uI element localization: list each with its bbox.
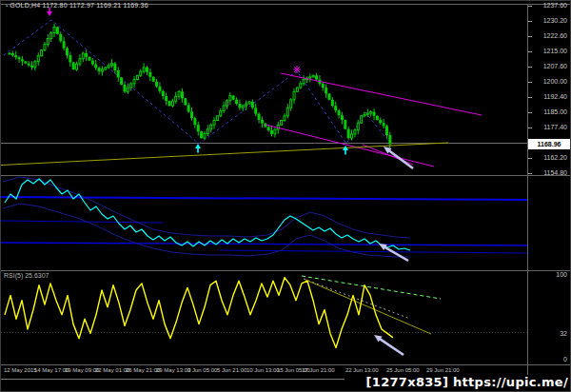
- chart-icon: ▪: [6, 3, 8, 9]
- candle-body-down: [331, 100, 334, 106]
- candle-body-down: [232, 96, 235, 100]
- candle-body-up: [284, 116, 286, 121]
- time-axis-label: 29 Jun 21:00: [426, 367, 460, 373]
- candle-body-up: [34, 62, 36, 68]
- time-axis-label: 14 May 17:00: [34, 367, 69, 373]
- price-axis-tick: [528, 97, 532, 98]
- candle-body-down: [267, 127, 270, 130]
- candle-body-down: [146, 68, 148, 72]
- price-axis-label: 1162.20: [543, 154, 567, 161]
- candle-body-down: [69, 55, 71, 62]
- candle-body-down: [24, 61, 27, 63]
- candle-body-down: [315, 75, 318, 79]
- rsi-line: [5, 278, 393, 348]
- upper-band-line: [3, 177, 410, 238]
- candle-body-up: [220, 110, 222, 115]
- candle-body-down: [254, 108, 257, 113]
- candle-body-down: [344, 120, 346, 129]
- candle-body-down: [373, 112, 376, 116]
- candle-body-up: [242, 106, 244, 108]
- time-axis-label: 22 Jun 13:00: [345, 367, 379, 373]
- time-axis-label: 19 May 09:00: [65, 367, 99, 373]
- candle-body-down: [94, 64, 97, 68]
- candle-body-up: [370, 112, 372, 113]
- candle-body-up: [50, 33, 52, 39]
- candle-body-down: [14, 55, 17, 57]
- candle-body-down: [56, 27, 59, 33]
- time-axis-label: 26 May 21:00: [126, 367, 160, 373]
- price-axis-tick: [528, 21, 532, 22]
- candle-body-up: [216, 116, 218, 121]
- rsi-trendline: [305, 280, 431, 334]
- candle-body-down: [158, 87, 161, 91]
- price-axis-label: 1237.60: [543, 2, 567, 9]
- candle-body-up: [101, 69, 103, 71]
- candle-body-up: [76, 64, 78, 69]
- current-price-box: 1168.96: [528, 139, 570, 149]
- candle-body-down: [328, 93, 331, 99]
- candle-body-up: [223, 106, 225, 110]
- price-axis-label: 1207.60: [543, 63, 567, 69]
- panel-divider[interactable]: [1, 364, 571, 365]
- candle-body-down: [388, 135, 391, 145]
- panel-divider[interactable]: [1, 270, 571, 271]
- candle-body-down: [385, 126, 388, 135]
- candle-body-up: [281, 120, 283, 125]
- candle-body-up: [290, 100, 292, 108]
- price-axis-tick: [528, 67, 532, 68]
- price-axis-separator: [527, 4, 528, 379]
- candle-body-down: [238, 104, 241, 108]
- candle-body-down: [63, 41, 66, 48]
- candle-body-down: [341, 115, 344, 120]
- candle-body-up: [79, 59, 81, 65]
- candle-body-down: [383, 123, 385, 126]
- price-axis-tick: [528, 82, 532, 83]
- candle-body-up: [364, 114, 365, 115]
- candle-body-up: [226, 101, 227, 106]
- candle-body-down: [376, 116, 379, 120]
- candle-body-up: [207, 129, 208, 134]
- rsi-axis-label: 32: [560, 330, 567, 337]
- candle-body-down: [190, 111, 193, 118]
- candle-body-up: [105, 68, 107, 69]
- price-axis-tick: [528, 127, 532, 128]
- trendline: [281, 73, 482, 115]
- candle-body-down: [91, 61, 94, 65]
- candle-body-down: [235, 100, 238, 104]
- price-axis-label: 1185.00: [543, 108, 567, 115]
- candle-body-down: [200, 131, 203, 138]
- candle-body-down: [165, 96, 167, 101]
- candle-body-down: [30, 66, 33, 68]
- candle-body-up: [178, 91, 180, 96]
- candle-body-up: [248, 102, 250, 104]
- chart-canvas[interactable]: [1, 1, 571, 392]
- indicator-level-line: [1, 197, 527, 200]
- pointer-arrow: [387, 149, 413, 168]
- candle-body-up: [9, 53, 10, 54]
- candle-body-up: [111, 64, 113, 66]
- down-arrow-marker: [47, 11, 52, 16]
- candle-body-up: [44, 45, 46, 50]
- candle-body-up: [171, 101, 173, 106]
- candle-body-down: [338, 110, 341, 115]
- chart-title: ▪GOLD,H4 1172.80 1172.97 1169.21 1169.36: [6, 2, 148, 9]
- candle-body-down: [184, 98, 187, 105]
- candle-body-down: [270, 130, 273, 134]
- candle-body-down: [123, 85, 126, 91]
- candle-body-up: [300, 84, 302, 88]
- candle-body-up: [82, 53, 84, 59]
- price-axis-label: 1230.20: [543, 17, 567, 24]
- candle-body-down: [72, 63, 75, 69]
- candle-body-up: [354, 130, 356, 134]
- rsi-axis-label: 0: [563, 356, 567, 363]
- candle-body-up: [175, 96, 177, 101]
- panel-divider[interactable]: [1, 175, 571, 176]
- candle-body-down: [152, 77, 155, 82]
- mt4-chart-window: ▪GOLD,H4 1172.80 1172.97 1169.21 1169.36…: [0, 0, 571, 392]
- price-axis-tick: [528, 36, 532, 37]
- time-axis-label: 10 Jun 13:00: [246, 367, 280, 373]
- price-axis-label: 1215.00: [543, 48, 567, 54]
- candle-body-down: [28, 64, 30, 66]
- price-axis-tick: [528, 6, 532, 7]
- price-axis-tick: [528, 51, 532, 52]
